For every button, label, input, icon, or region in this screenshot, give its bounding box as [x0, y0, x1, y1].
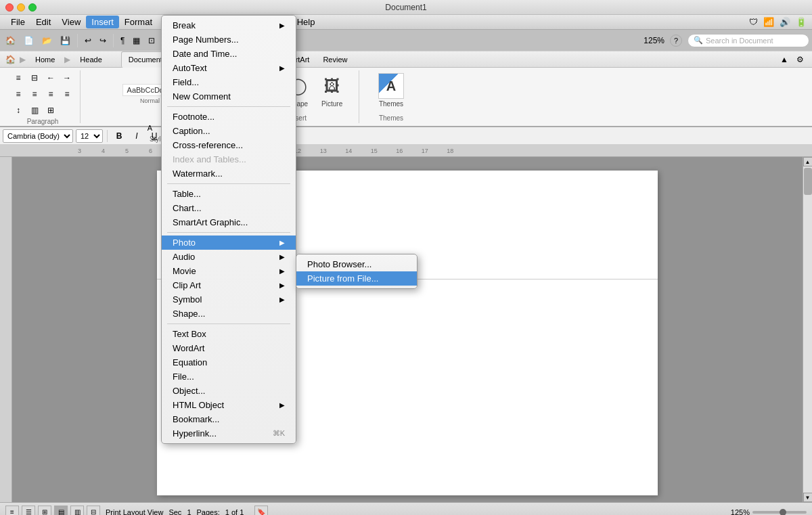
- menu-edit[interactable]: Edit: [30, 16, 56, 28]
- menu-audio[interactable]: Audio ▶: [162, 250, 296, 264]
- ribbon-settings-btn[interactable]: ⚙: [794, 53, 807, 66]
- toolbar-columns[interactable]: ▦: [130, 35, 143, 47]
- ruler-vertical: [0, 157, 12, 502]
- zoom-slider[interactable]: [752, 511, 807, 514]
- menu-hyperlink[interactable]: Hyperlink... ⌘K: [162, 426, 296, 441]
- menu-date-time[interactable]: Date and Time...: [162, 47, 296, 61]
- underline-btn[interactable]: U: [147, 129, 162, 143]
- scrollbar-vertical[interactable]: ▲ ▼: [803, 157, 812, 502]
- menu-watermark[interactable]: Watermark...: [162, 166, 296, 181]
- align-left-btn[interactable]: ≡: [11, 87, 26, 102]
- menu-break[interactable]: Break ▶: [162, 18, 296, 32]
- toolbar-help[interactable]: ?: [670, 35, 682, 47]
- nav-home[interactable]: Home: [30, 54, 60, 65]
- maximize-button[interactable]: [28, 3, 37, 12]
- italic-btn[interactable]: I: [129, 129, 144, 143]
- menu-html-object[interactable]: HTML Object ▶: [162, 398, 296, 412]
- menu-footnote[interactable]: Footnote...: [162, 110, 296, 124]
- menu-autotext[interactable]: AutoText ▶: [162, 61, 296, 75]
- toolbar-undo[interactable]: ↩: [82, 35, 94, 47]
- align-justify-btn[interactable]: ≡: [60, 87, 74, 102]
- toolbar-save[interactable]: 💾: [58, 35, 73, 47]
- tab-review[interactable]: Review: [316, 51, 354, 68]
- audio-arrow: ▶: [279, 253, 285, 261]
- cross-reference-label: Cross-reference...: [173, 140, 243, 150]
- view-list-btn[interactable]: ☰: [22, 506, 35, 516]
- indent-decrease-btn[interactable]: ←: [43, 70, 58, 85]
- scroll-track[interactable]: [803, 166, 812, 493]
- menu-format[interactable]: Format: [119, 16, 158, 28]
- menu-new-comment[interactable]: New Comment: [162, 89, 296, 104]
- menu-table[interactable]: Table...: [162, 187, 296, 201]
- menu-object[interactable]: Object...: [162, 384, 296, 398]
- search-box[interactable]: 🔍 Search in Document: [687, 34, 809, 47]
- themes-btn[interactable]: A Themes: [376, 70, 407, 110]
- zoom-thumb[interactable]: [780, 509, 786, 516]
- home-icon[interactable]: 🏠: [5, 55, 16, 64]
- view-layout-btn[interactable]: ▤: [54, 506, 68, 516]
- menu-photo[interactable]: Photo ▶: [162, 236, 296, 250]
- menu-view[interactable]: View: [56, 16, 86, 28]
- scroll-down-arrow[interactable]: ▼: [803, 493, 813, 502]
- smartart-label: SmartArt Graphic...: [173, 217, 248, 227]
- menu-cross-reference[interactable]: Cross-reference...: [162, 138, 296, 152]
- menu-insert[interactable]: Insert: [86, 16, 119, 28]
- menu-shape[interactable]: Shape...: [162, 307, 296, 321]
- font-size-select[interactable]: 12: [76, 129, 103, 143]
- list-numbers-btn[interactable]: ⊟: [27, 70, 42, 85]
- align-right-btn[interactable]: ≡: [43, 87, 58, 102]
- nav-breadcrumb[interactable]: Heade: [74, 54, 107, 65]
- view-outline-btn[interactable]: ≡: [5, 506, 19, 516]
- menu-caption[interactable]: Caption...: [162, 124, 296, 138]
- menu-field[interactable]: Field...: [162, 75, 296, 89]
- toolbar-redo[interactable]: ↪: [97, 35, 109, 47]
- toolbar-margins[interactable]: ⊡: [145, 35, 158, 47]
- html-object-label: HTML Object: [173, 400, 224, 410]
- menu-page-numbers[interactable]: Page Numbers...: [162, 32, 296, 47]
- photo-submenu[interactable]: Photo Browser... Picture from File...: [296, 254, 418, 289]
- menu-smartart[interactable]: SmartArt Graphic...: [162, 215, 296, 229]
- ribbon-collapse-btn[interactable]: ▲: [777, 53, 791, 66]
- insert-picture-btn[interactable]: 🖼 Picture: [317, 70, 348, 110]
- menu-text-box[interactable]: Text Box: [162, 327, 296, 341]
- font-family-select[interactable]: Cambria (Body): [3, 129, 73, 143]
- line-spacing-btn[interactable]: ↕: [11, 103, 26, 118]
- toolbar-new[interactable]: 📄: [21, 35, 37, 47]
- scroll-thumb[interactable]: [804, 168, 812, 195]
- menu-bookmark[interactable]: Bookmark...: [162, 412, 296, 426]
- bold-btn[interactable]: B: [112, 129, 127, 143]
- menu-wordart[interactable]: WordArt: [162, 341, 296, 355]
- page-numbers-label: Page Numbers...: [173, 35, 239, 45]
- toolbar-home[interactable]: 🏠: [3, 35, 18, 47]
- menu-clip-art[interactable]: Clip Art ▶: [162, 278, 296, 292]
- menu-symbol[interactable]: Symbol ▶: [162, 292, 296, 307]
- menu-movie[interactable]: Movie ▶: [162, 264, 296, 278]
- menu-equation[interactable]: Equation: [162, 355, 296, 370]
- toolbar-paragraph-mark[interactable]: ¶: [118, 35, 127, 47]
- indent-increase-btn[interactable]: →: [60, 70, 74, 85]
- shading-btn[interactable]: ▥: [27, 103, 42, 118]
- field-label: Field...: [173, 77, 199, 87]
- scroll-up-arrow[interactable]: ▲: [803, 157, 813, 166]
- view-draft-btn[interactable]: ⊟: [87, 506, 100, 516]
- separator2: [167, 183, 290, 184]
- borders-btn[interactable]: ⊞: [43, 103, 58, 118]
- bookmark-icon[interactable]: 🔖: [254, 506, 268, 516]
- list-bullets-btn[interactable]: ≡: [11, 70, 26, 85]
- menu-file[interactable]: File...: [162, 370, 296, 384]
- break-arrow: ▶: [279, 22, 285, 29]
- view-thumbnail-btn[interactable]: ⊞: [38, 506, 51, 516]
- photo-arrow: ▶: [279, 239, 285, 246]
- submenu-picture-from-file[interactable]: Picture from File...: [296, 271, 417, 286]
- menu-file[interactable]: File: [5, 16, 30, 28]
- menu-chart[interactable]: Chart...: [162, 201, 296, 215]
- minimize-button[interactable]: [17, 3, 25, 12]
- break-label: Break: [173, 20, 196, 30]
- submenu-photo-browser[interactable]: Photo Browser...: [296, 257, 417, 271]
- document-area[interactable]: [12, 157, 803, 502]
- view-notebook-btn[interactable]: ▥: [70, 506, 84, 516]
- align-center-btn[interactable]: ≡: [27, 87, 42, 102]
- close-button[interactable]: [5, 3, 14, 12]
- toolbar-open[interactable]: 📂: [39, 35, 55, 47]
- insert-dropdown-menu[interactable]: Break ▶ Page Numbers... Date and Time...…: [161, 15, 296, 444]
